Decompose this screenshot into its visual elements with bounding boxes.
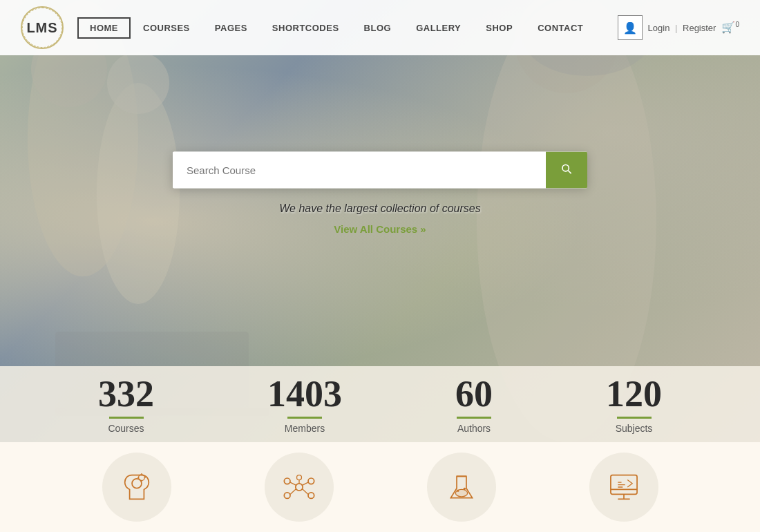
nav-item-shop[interactable]: SHOP <box>473 17 525 39</box>
cart-count: 0 <box>735 21 739 28</box>
cart-icon[interactable]: 🛒0 <box>721 21 739 34</box>
hero-tagline: We have the largest collection of course… <box>173 202 587 215</box>
icons-section <box>0 442 760 532</box>
stat-divider <box>109 417 144 419</box>
svg-point-17 <box>295 484 302 491</box>
svg-line-23 <box>302 482 308 485</box>
hero-content: We have the largest collection of course… <box>173 152 587 236</box>
header: LMS HOMECOURSESPAGESSHORTCODESBLOGGALLER… <box>0 0 760 55</box>
stat-authors: 60 Authors <box>455 375 493 434</box>
stat-courses: 332 Courses <box>98 375 154 434</box>
stat-number: 120 <box>606 375 662 412</box>
nav-item-home[interactable]: HOME <box>77 17 131 39</box>
svg-point-3 <box>107 52 169 114</box>
nav-item-pages[interactable]: PAGES <box>202 17 260 39</box>
stat-number: 332 <box>98 375 154 412</box>
svg-line-24 <box>290 489 296 495</box>
stat-subjects: 120 Subjects <box>606 375 662 434</box>
stat-number: 1403 <box>267 375 342 412</box>
learning-icon[interactable] <box>102 453 171 522</box>
stat-divider <box>617 417 652 419</box>
header-right: 👤 Login | Register 🛒0 <box>618 15 739 40</box>
nav-item-contact[interactable]: CONTACT <box>525 17 596 39</box>
user-icon-button[interactable]: 👤 <box>618 15 643 40</box>
search-bar <box>173 152 587 189</box>
svg-point-1 <box>97 83 180 304</box>
svg-point-18 <box>284 478 290 484</box>
stat-divider <box>457 417 491 419</box>
svg-line-10 <box>568 170 571 173</box>
svg-point-26 <box>296 475 301 480</box>
svg-point-31 <box>463 488 465 490</box>
svg-line-22 <box>290 482 296 485</box>
nav-item-blog[interactable]: BLOG <box>352 17 404 39</box>
svg-point-20 <box>284 493 290 499</box>
logo-circle: LMS <box>21 6 64 49</box>
main-nav: HOMECOURSESPAGESSHORTCODESBLOGGALLERYSHO… <box>77 17 618 39</box>
stat-label: Courses <box>98 423 154 434</box>
login-link[interactable]: Login <box>648 23 670 33</box>
stats-bar: 332 Courses 1403 Members 60 Authors 120 … <box>0 366 760 442</box>
nav-item-courses[interactable]: COURSES <box>131 17 202 39</box>
svg-line-25 <box>302 489 308 495</box>
stat-members: 1403 Members <box>267 375 342 434</box>
svg-point-30 <box>457 489 459 491</box>
stat-label: Members <box>267 423 342 434</box>
search-button[interactable] <box>546 152 587 189</box>
hero-section: We have the largest collection of course… <box>0 0 760 442</box>
stat-number: 60 <box>455 375 493 412</box>
stat-divider <box>287 417 322 419</box>
nav-item-gallery[interactable]: GALLERY <box>403 17 473 39</box>
register-link[interactable]: Register <box>683 23 716 33</box>
nav-item-shortcodes[interactable]: SHORTCODES <box>260 17 352 39</box>
stat-label: Subjects <box>606 423 662 434</box>
network-icon[interactable] <box>265 453 334 522</box>
computer-icon[interactable] <box>589 453 658 522</box>
science-icon[interactable] <box>427 453 496 522</box>
auth-links: Login | Register <box>648 23 716 33</box>
stat-label: Authors <box>455 423 493 434</box>
auth-separator: | <box>675 23 677 33</box>
svg-point-9 <box>562 164 569 171</box>
svg-point-19 <box>308 478 314 484</box>
search-input[interactable] <box>173 152 546 189</box>
logo[interactable]: LMS <box>21 6 64 49</box>
view-all-courses-link[interactable]: View All Courses » <box>334 223 426 235</box>
svg-point-21 <box>308 493 314 499</box>
